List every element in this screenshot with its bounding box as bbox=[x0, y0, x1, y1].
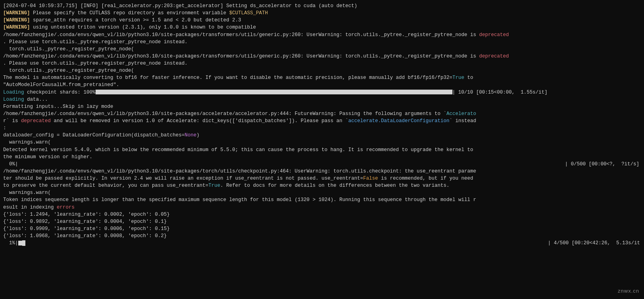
terminal-line: {'loss': 0.9892, 'learning_rate': 0.0004… bbox=[3, 218, 641, 225]
terminal-line: {'loss': 0.9909, 'learning_rate': 0.0006… bbox=[3, 225, 641, 232]
terminal-line: Loading checkpoint shards: 100%| 10/10 [… bbox=[3, 89, 641, 96]
terminal-line: the minimum version or higher. bbox=[3, 153, 641, 161]
watermark-label: znwx.cn bbox=[618, 288, 639, 295]
terminal-line: {'loss': 1.2494, 'learning_rate': 0.0002… bbox=[3, 211, 641, 218]
terminal-line: ter should be passed explicitly. In vers… bbox=[3, 175, 641, 182]
terminal-line: /home/fanzhengjie/.conda/envs/qwen_vl/li… bbox=[3, 168, 641, 175]
terminal-line: torch.utils._pytree._register_pytree_nod… bbox=[3, 46, 641, 53]
terminal-line: [2024-07-04 10:59:37,715] [INFO] [real_a… bbox=[3, 2, 641, 10]
terminal-line: Formatting inputs...Skip in lazy mode bbox=[3, 103, 641, 110]
terminal-line: warnings.warn( bbox=[3, 139, 641, 146]
terminal-line: /home/fanzhengjie/.conda/envs/qwen_vl/li… bbox=[3, 53, 641, 60]
terminal-line: {'loss': 1.0968, 'learning_rate': 0.0008… bbox=[3, 232, 641, 240]
terminal: [2024-07-04 10:59:37,715] [INFO] [real_a… bbox=[3, 2, 641, 247]
terminal-line: 0%|| 0/500 [00:00<?, ?it/s] bbox=[3, 161, 641, 168]
terminal-line: Token indices sequence length is longer … bbox=[3, 196, 641, 203]
terminal-line: 1%|| 4/500 [00:20<42:26, 5.13s/it bbox=[3, 240, 641, 247]
terminal-line: warnings.warn( bbox=[3, 189, 641, 196]
terminal-line: [WARNING] sparse_attn requires a torch v… bbox=[3, 17, 641, 24]
terminal-line: /home/fanzhengjie/.conda/envs/qwen_vl/li… bbox=[3, 31, 641, 38]
terminal-line: : bbox=[3, 125, 641, 132]
terminal-line: . Please use torch.utils._pytree.registe… bbox=[3, 38, 641, 46]
terminal-line: Detected kernel version 5.4.0, which is … bbox=[3, 146, 641, 153]
terminal-line: to preserve the current default behavior… bbox=[3, 182, 641, 189]
terminal-line: /home/fanzhengjie/.conda/envs/qwen_vl/li… bbox=[3, 110, 641, 117]
terminal-line: The model is automatically converting to… bbox=[3, 74, 641, 81]
terminal-line: dataloader_config = DataLoaderConfigurat… bbox=[3, 132, 641, 139]
terminal-line: torch.utils._pytree._register_pytree_nod… bbox=[3, 67, 641, 74]
terminal-line: . Please use torch.utils._pytree.registe… bbox=[3, 60, 641, 67]
terminal-line: [WARNING] using untested triton version … bbox=[3, 24, 641, 31]
terminal-line: [WARNING] Please specify the CUTLASS rep… bbox=[3, 10, 641, 17]
terminal-line: esult in indexing errors bbox=[3, 204, 641, 211]
terminal-line: r` is deprecated and will be removed in … bbox=[3, 117, 641, 125]
terminal-line: "AutoModelForCausalLM.from_pretrained". bbox=[3, 81, 641, 88]
terminal-line: Loading data... bbox=[3, 96, 641, 103]
